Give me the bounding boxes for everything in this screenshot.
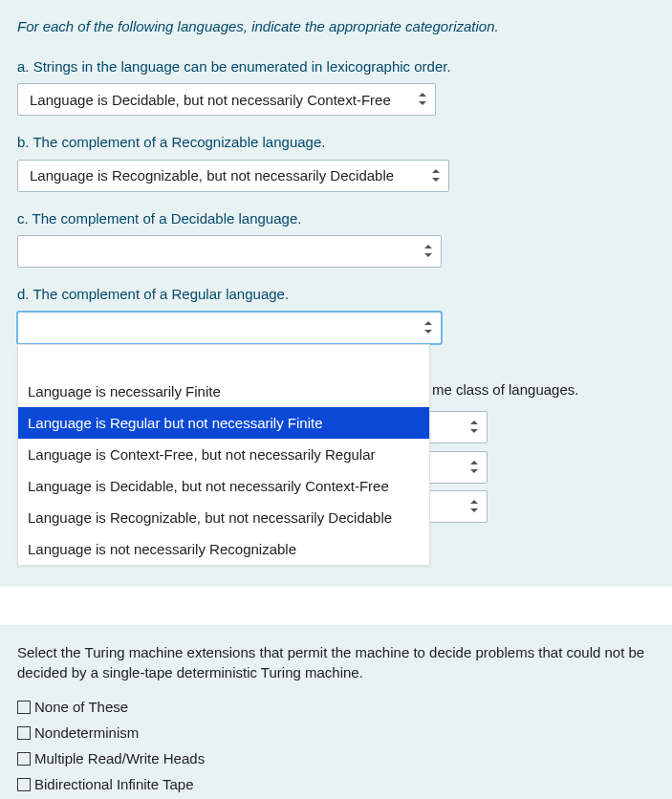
- question-1-panel: For each of the following languages, ind…: [0, 0, 672, 587]
- dropdown-option[interactable]: Language is Decidable, but not necessari…: [18, 470, 429, 502]
- item-b-label: b. The complement of a Recognizable lang…: [17, 133, 655, 152]
- dropdown-option[interactable]: Language is Recognizable, but not necess…: [18, 502, 429, 533]
- item-b: b. The complement of a Recognizable lang…: [17, 133, 655, 192]
- item-a-select[interactable]: Language is Decidable, but not necessari…: [17, 83, 436, 116]
- checkbox-icon[interactable]: [17, 778, 31, 791]
- item-c-select[interactable]: [17, 235, 442, 268]
- checkbox-label: Nondeterminism: [34, 724, 139, 741]
- q2-prompt: Select the Turing machine extensions tha…: [17, 642, 655, 684]
- question-2-panel: Select the Turing machine extensions tha…: [0, 625, 672, 800]
- dropdown-option[interactable]: Language is necessarily Finite: [18, 376, 429, 407]
- item-d-label: d. The complement of a Regular language.: [17, 285, 655, 304]
- dropdown-option[interactable]: Language is not necessarily Recognizable: [18, 533, 429, 565]
- item-a-value: Language is Decidable, but not necessari…: [30, 92, 404, 108]
- obscured-text: me class of languages.: [432, 381, 578, 398]
- dropdown-blank-option[interactable]: [18, 345, 429, 376]
- item-c: c. The complement of a Decidable languag…: [17, 209, 655, 269]
- dropdown-option[interactable]: Language is Context-Free, but not necess…: [18, 439, 429, 470]
- checkbox-row[interactable]: Bidirectional Infinite Tape: [17, 776, 655, 792]
- checkbox-label: None of These: [34, 699, 128, 715]
- item-d: d. The complement of a Regular language.: [17, 285, 655, 344]
- checkbox-row[interactable]: Nondeterminism: [17, 724, 655, 741]
- dropdown-option-highlighted[interactable]: Language is Regular but not necessarily …: [18, 407, 429, 439]
- item-c-label: c. The complement of a Decidable languag…: [17, 209, 655, 228]
- item-a-label: a. Strings in the language can be enumer…: [17, 57, 655, 76]
- instruction-text: For each of the following languages, ind…: [17, 17, 655, 36]
- item-b-value: Language is Recognizable, but not necess…: [30, 167, 418, 184]
- checkbox-icon[interactable]: [17, 701, 31, 714]
- item-d-dropdown[interactable]: Language is necessarily Finite Language …: [17, 344, 430, 566]
- checkbox-icon[interactable]: [17, 726, 31, 740]
- checkbox-row[interactable]: None of These: [17, 699, 655, 715]
- checkbox-label: Multiple Read/Write Heads: [34, 750, 205, 767]
- item-d-select[interactable]: [17, 312, 442, 344]
- checkbox-row[interactable]: Multiple Read/Write Heads: [17, 750, 655, 767]
- panel-gap: [0, 587, 672, 625]
- item-b-select[interactable]: Language is Recognizable, but not necess…: [17, 160, 449, 192]
- checkbox-label: Bidirectional Infinite Tape: [34, 776, 194, 792]
- item-a: a. Strings in the language can be enumer…: [17, 57, 655, 117]
- checkbox-icon[interactable]: [17, 752, 31, 766]
